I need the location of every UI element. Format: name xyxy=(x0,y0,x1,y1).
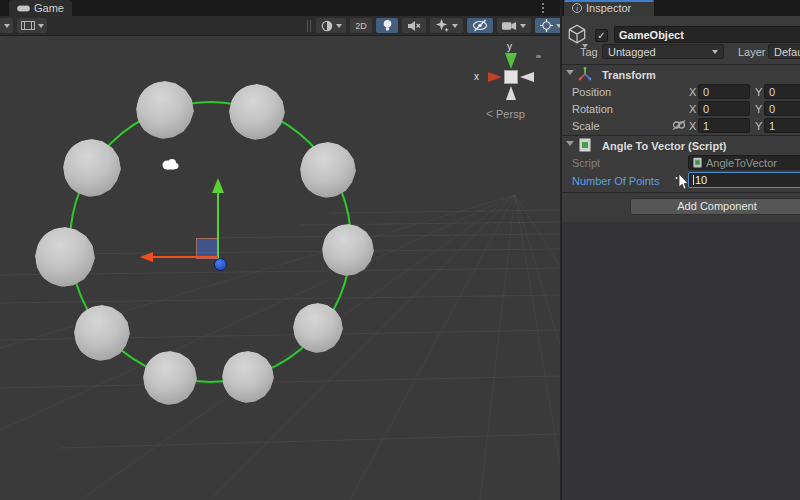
mouse-cursor xyxy=(675,173,688,191)
inspector-panel: i Inspector ✓ GameObject Tag Untagged La… xyxy=(560,0,800,500)
rotation-y-field[interactable]: 0 xyxy=(764,101,800,116)
script-label: Script xyxy=(572,157,600,169)
csharp-script-icon xyxy=(693,157,702,168)
position-y-field[interactable]: 0 xyxy=(764,84,800,99)
rotation-label: Rotation xyxy=(572,103,613,115)
kebab-menu-icon[interactable] xyxy=(542,3,544,13)
x-axis-handle[interactable] xyxy=(153,256,218,258)
tag-dropdown[interactable]: Untagged xyxy=(602,44,724,59)
persp-label: Persp xyxy=(496,108,525,120)
inspector-tabbar: i Inspector xyxy=(562,0,800,16)
hidden-axis-dash xyxy=(536,55,541,58)
inspector-tab-label: Inspector xyxy=(586,2,631,14)
shaded-sphere-icon xyxy=(321,20,333,32)
tab-inspector[interactable]: i Inspector xyxy=(564,0,654,16)
aspect-ratio-icon xyxy=(21,21,35,30)
audio-mute-icon xyxy=(407,20,421,32)
effects-button[interactable] xyxy=(430,18,463,33)
camera-button[interactable] xyxy=(497,18,531,33)
y-axis-field-label: Y xyxy=(755,103,762,115)
camera-icon xyxy=(502,21,517,31)
2d-toggle-button[interactable]: 2D xyxy=(350,18,372,33)
y-axis-arrowhead[interactable] xyxy=(212,178,224,193)
y-axis-field-label: Y xyxy=(755,86,762,98)
unity-editor-window: Game xyxy=(0,0,800,500)
transform-foldout[interactable] xyxy=(566,70,574,75)
perspective-toggle[interactable]: < Persp xyxy=(486,107,525,121)
scale-x-field[interactable]: 1 xyxy=(698,118,750,133)
number-of-points-field[interactable]: 10 xyxy=(688,172,800,188)
gizmo-center-cube[interactable] xyxy=(504,70,518,84)
layer-dropdown[interactable]: Default xyxy=(768,44,800,59)
number-of-points-label[interactable]: Number Of Points xyxy=(572,175,659,187)
gameobject-name-field[interactable]: GameObject xyxy=(614,26,800,43)
layer-label: Layer xyxy=(738,46,766,58)
y-axis-handle[interactable] xyxy=(217,192,219,262)
y-axis-cone[interactable] xyxy=(505,53,517,69)
orientation-gizmo[interactable]: y x < Persp xyxy=(470,41,556,127)
script-component-title: Angle To Vector (Script) xyxy=(602,140,726,152)
x-axis-field-label: X xyxy=(689,120,696,132)
shading-mode-button[interactable] xyxy=(316,18,346,33)
scale-y-field[interactable]: 1 xyxy=(764,118,800,133)
tag-label: Tag xyxy=(580,46,598,58)
x-axis-arrowhead[interactable] xyxy=(140,252,153,262)
2d-label: 2D xyxy=(355,21,367,31)
script-reference-field[interactable]: AngleToVector xyxy=(688,155,800,170)
cloud-gizmo-icon xyxy=(160,157,181,171)
transform-axes-icon xyxy=(578,67,592,81)
game-tabbar: Game xyxy=(0,0,560,16)
x-axis-field-label: X xyxy=(689,103,696,115)
scene-viewport[interactable]: y x < Persp xyxy=(0,36,560,500)
game-toolbar: 2D xyxy=(0,16,560,36)
script-component-foldout[interactable] xyxy=(566,141,574,146)
position-x-field[interactable]: 0 xyxy=(698,84,750,99)
text-caret xyxy=(693,175,694,185)
y-axis-field-label: Y xyxy=(755,120,762,132)
game-controller-icon xyxy=(17,4,30,13)
bottom-axis-cone[interactable] xyxy=(506,86,516,100)
x-axis-field-label: X xyxy=(689,86,696,98)
position-label: Position xyxy=(572,86,611,98)
audio-toggle-button[interactable] xyxy=(402,18,426,33)
scale-label: Scale xyxy=(572,120,600,132)
info-icon: i xyxy=(572,3,582,13)
x-axis-label: x xyxy=(474,71,479,82)
csharp-script-icon xyxy=(579,138,591,152)
cube-icon[interactable] xyxy=(566,23,588,45)
x-axis-cone[interactable] xyxy=(488,72,502,82)
transform-title: Transform xyxy=(602,69,656,81)
right-axis-cone[interactable] xyxy=(520,72,534,82)
light-bulb-icon xyxy=(383,19,392,32)
tab-game[interactable]: Game xyxy=(9,0,72,16)
inspector-empty-area xyxy=(562,222,800,500)
eye-hidden-icon xyxy=(472,19,488,32)
gizmo-crosshair-icon xyxy=(540,19,553,32)
link-chain-icon[interactable] xyxy=(672,119,686,131)
game-tab-label: Game xyxy=(34,2,64,14)
scene-visibility-button[interactable] xyxy=(467,18,493,33)
z-axis-dot[interactable] xyxy=(214,258,227,271)
persp-chevron-icon: < xyxy=(486,107,493,121)
gizmos-button[interactable] xyxy=(535,18,560,33)
aspect-ratio-button[interactable] xyxy=(17,18,47,33)
left-dropdown-button[interactable] xyxy=(0,18,13,33)
effects-sparkle-icon xyxy=(436,19,449,32)
add-component-button[interactable]: Add Component xyxy=(630,198,800,215)
y-axis-label: y xyxy=(507,41,512,52)
rotation-x-field[interactable]: 0 xyxy=(698,101,750,116)
active-checkbox[interactable]: ✓ xyxy=(595,29,608,42)
game-panel: Game xyxy=(0,0,560,500)
lighting-toggle-button[interactable] xyxy=(376,18,398,33)
